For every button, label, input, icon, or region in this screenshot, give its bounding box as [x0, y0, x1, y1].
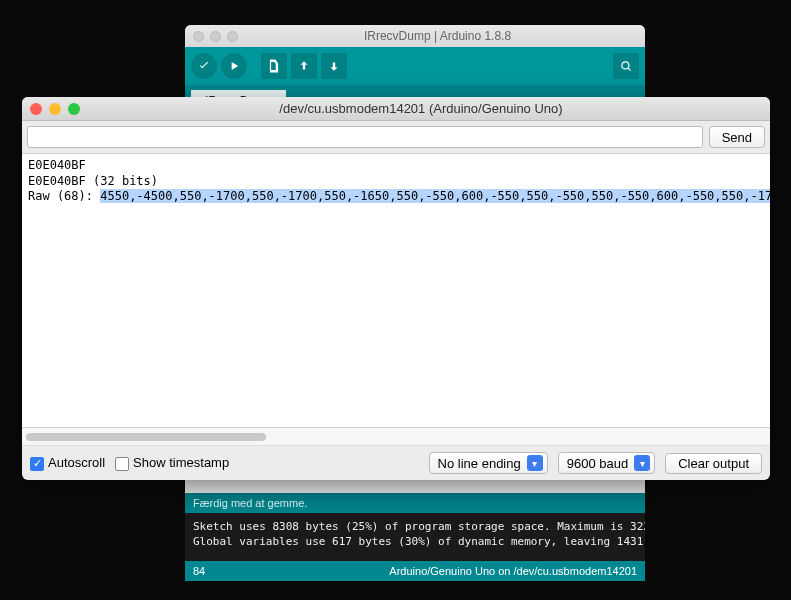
- clear-output-button[interactable]: Clear output: [665, 453, 762, 474]
- chevron-down-icon: ▾: [634, 455, 650, 471]
- timestamp-checkbox[interactable]: Show timestamp: [115, 455, 229, 471]
- console-line: Sketch uses 8308 bytes (25%) of program …: [193, 519, 637, 534]
- close-icon[interactable]: [193, 31, 204, 42]
- serial-monitor-window: /dev/cu.usbmodem14201 (Arduino/Genuino U…: [22, 97, 770, 480]
- save-button[interactable]: [321, 53, 347, 79]
- minimize-icon[interactable]: [210, 31, 221, 42]
- console-line: Global variables use 617 bytes (30%) of …: [193, 534, 637, 549]
- new-button[interactable]: [261, 53, 287, 79]
- verify-button[interactable]: [191, 53, 217, 79]
- serial-monitor-button[interactable]: [613, 53, 639, 79]
- scrollbar-thumb[interactable]: [26, 433, 266, 441]
- ide-console: Sketch uses 8308 bytes (25%) of program …: [185, 513, 645, 561]
- serial-title: /dev/cu.usbmodem14201 (Arduino/Genuino U…: [80, 101, 762, 116]
- output-line: Raw (68): 4550,-4500,550,-1700,550,-1700…: [28, 189, 764, 205]
- selected-text: 4550,-4500,550,-1700,550,-1700,550,-1650…: [100, 189, 770, 203]
- output-line: E0E040BF: [28, 158, 764, 174]
- serial-bottom-bar: Autoscroll Show timestamp No line ending…: [22, 446, 770, 480]
- line-number: 84: [193, 565, 205, 577]
- autoscroll-checkbox[interactable]: Autoscroll: [30, 455, 105, 471]
- ide-footer: 84 Arduino/Genuino Uno on /dev/cu.usbmod…: [185, 561, 645, 581]
- zoom-icon[interactable]: [227, 31, 238, 42]
- serial-input-row: Send: [22, 121, 770, 153]
- send-button[interactable]: Send: [709, 126, 765, 148]
- ide-toolbar: [185, 47, 645, 85]
- zoom-icon[interactable]: [68, 103, 80, 115]
- open-button[interactable]: [291, 53, 317, 79]
- output-line: E0E040BF (32 bits): [28, 174, 764, 190]
- ide-status-bar: Færdig med at gemme.: [185, 493, 645, 513]
- serial-input[interactable]: [27, 126, 703, 148]
- serial-titlebar: /dev/cu.usbmodem14201 (Arduino/Genuino U…: [22, 97, 770, 121]
- serial-output[interactable]: E0E040BF E0E040BF (32 bits) Raw (68): 45…: [22, 153, 770, 428]
- checkbox-icon[interactable]: [115, 457, 129, 471]
- line-ending-select[interactable]: No line ending▾: [429, 452, 548, 474]
- board-info: Arduino/Genuino Uno on /dev/cu.usbmodem1…: [389, 565, 637, 577]
- ide-window-controls[interactable]: [193, 31, 238, 42]
- minimize-icon[interactable]: [49, 103, 61, 115]
- horizontal-scrollbar[interactable]: [22, 428, 770, 446]
- ide-title: IRrecvDump | Arduino 1.8.8: [238, 29, 637, 43]
- svg-point-0: [622, 62, 629, 69]
- ide-titlebar: IRrecvDump | Arduino 1.8.8: [185, 25, 645, 47]
- checkbox-icon[interactable]: [30, 457, 44, 471]
- baud-select[interactable]: 9600 baud▾: [558, 452, 655, 474]
- chevron-down-icon: ▾: [527, 455, 543, 471]
- upload-button[interactable]: [221, 53, 247, 79]
- serial-window-controls[interactable]: [30, 103, 80, 115]
- close-icon[interactable]: [30, 103, 42, 115]
